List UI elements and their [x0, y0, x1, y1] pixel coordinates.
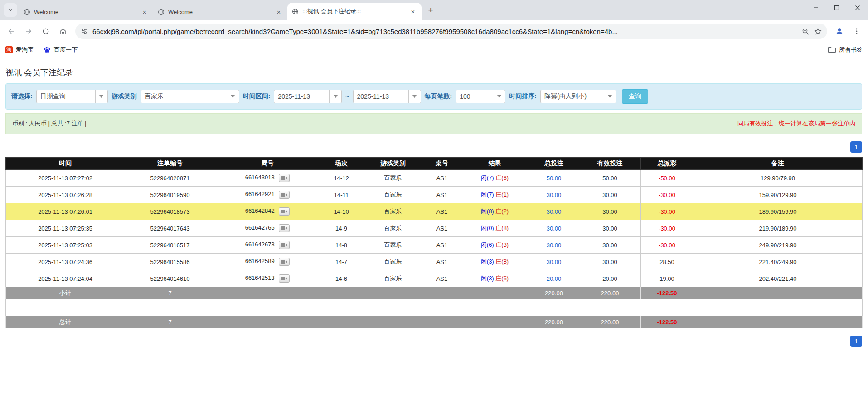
home-button[interactable]	[55, 24, 71, 39]
footer-empty	[215, 287, 320, 299]
filter-label-date-range: 时间区间:	[243, 92, 271, 101]
sort-order-select[interactable]: 降冪(由大到小)	[540, 90, 616, 103]
cell-valid-bet: 30.00	[579, 237, 641, 254]
globe-icon	[24, 9, 30, 15]
search-button[interactable]: 查询	[622, 89, 648, 104]
footer-empty	[320, 316, 363, 328]
back-button[interactable]	[4, 24, 19, 39]
column-header: 桌号	[423, 158, 461, 170]
table-row: 2025-11-13 07:25:03522964016517661642673…	[6, 237, 863, 254]
footer-empty	[423, 316, 461, 328]
chevron-down-icon	[604, 90, 616, 103]
bookmarks-bar: 淘 爱淘宝 百度一下 所有书签	[0, 43, 868, 57]
cell-time: 2025-11-13 07:24:36	[6, 254, 125, 270]
maximize-button[interactable]	[826, 0, 847, 15]
result-banker: 庄(2)	[495, 208, 509, 215]
date-from-select[interactable]: 2025-11-13	[274, 90, 342, 103]
table-row: 2025-11-13 07:24:36522964015586661642589…	[6, 254, 863, 270]
date-to-select[interactable]: 2025-11-13	[353, 90, 421, 103]
bookmark-label: 百度一下	[54, 46, 78, 54]
close-icon[interactable]: ×	[141, 8, 149, 16]
all-bookmarks[interactable]: 所有书签	[828, 46, 863, 54]
video-replay-icon[interactable]	[279, 258, 290, 266]
taobao-icon: 淘	[5, 46, 13, 53]
cell-table-no: AS1	[423, 170, 461, 187]
tab-bar: Welcome × Welcome × :::视讯 会员下注纪录::: × +	[0, 0, 868, 20]
forward-button[interactable]	[21, 24, 36, 39]
tab-bet-record-active[interactable]: :::视讯 会员下注纪录::: ×	[287, 3, 422, 20]
footer-empty	[363, 316, 423, 328]
video-replay-icon[interactable]	[279, 207, 290, 216]
column-header: 时间	[6, 158, 125, 170]
cell-total-bet[interactable]: 30.00	[529, 203, 579, 220]
cell-round: 661643013	[215, 170, 320, 187]
cell-session: 14-12	[320, 170, 363, 187]
close-icon[interactable]: ×	[275, 8, 283, 16]
cell-total-bet[interactable]: 30.00	[529, 220, 579, 237]
cell-total-bet[interactable]: 30.00	[529, 237, 579, 254]
video-replay-icon[interactable]	[279, 241, 290, 249]
cell-total-bet[interactable]: 20.00	[529, 270, 579, 287]
result-player: 闲(0)	[481, 225, 494, 231]
cell-time: 2025-11-13 07:26:01	[6, 203, 125, 220]
query-type-select[interactable]: 日期查询	[36, 90, 108, 103]
globe-icon	[292, 8, 299, 15]
footer-count: 7	[125, 316, 215, 328]
pagination-top: 1	[5, 141, 862, 153]
video-replay-icon[interactable]	[279, 174, 290, 182]
cell-total-bet[interactable]: 30.00	[529, 254, 579, 270]
cell-bet-id: 522964017643	[125, 220, 215, 237]
minimize-button[interactable]	[805, 0, 826, 15]
column-header: 结果	[461, 158, 529, 170]
address-input[interactable]: 66cxkj98.com/ipl/portal.php/game/betreco…	[75, 24, 827, 39]
cell-note: 129.90/79.90	[693, 170, 863, 187]
video-replay-icon[interactable]	[279, 224, 290, 232]
cell-time: 2025-11-13 07:25:35	[6, 220, 125, 237]
reload-button[interactable]	[38, 24, 53, 39]
cell-note: 202.40/221.40	[693, 270, 863, 287]
page-size-select[interactable]: 100	[456, 90, 505, 103]
tab-welcome-2[interactable]: Welcome ×	[153, 4, 287, 20]
cell-round: 661642673	[215, 237, 320, 254]
cell-game-type: 百家乐	[363, 220, 423, 237]
cell-payout: -50.00	[641, 170, 693, 187]
table-row: 2025-11-13 07:27:02522964020871661643013…	[6, 170, 863, 187]
cell-total-bet[interactable]: 50.00	[529, 170, 579, 187]
new-tab-button[interactable]: +	[424, 4, 437, 17]
close-window-button[interactable]	[847, 0, 868, 15]
globe-icon	[158, 9, 165, 15]
video-replay-icon[interactable]	[279, 274, 290, 283]
cell-valid-bet: 30.00	[579, 254, 641, 270]
filter-label-game-type: 游戏类别	[112, 92, 137, 101]
bookmark-baidu[interactable]: 百度一下	[44, 46, 78, 54]
cell-valid-bet: 50.00	[579, 170, 641, 187]
column-header: 备注	[693, 158, 863, 170]
cell-table-no: AS1	[423, 237, 461, 254]
tab-search-button[interactable]	[4, 3, 17, 17]
cell-bet-id: 522964014610	[125, 270, 215, 287]
cell-total-bet[interactable]: 30.00	[529, 187, 579, 203]
site-info-icon[interactable]	[81, 28, 88, 35]
game-type-select[interactable]: 百家乐	[141, 90, 239, 103]
result-player: 闲(8)	[481, 208, 494, 215]
grand-total-row: 总计7220.00220.00-122.50	[6, 316, 863, 328]
cell-result: 闲(7) 庄(1)	[461, 187, 529, 203]
tab-welcome-1[interactable]: Welcome ×	[19, 4, 153, 20]
cell-note: 219.90/189.90	[693, 220, 863, 237]
zoom-icon[interactable]	[802, 28, 810, 35]
footer-total-bet: 220.00	[529, 287, 579, 299]
pagination-page-1[interactable]: 1	[850, 141, 862, 153]
filter-label-page-size: 每页笔数:	[425, 92, 452, 101]
chevron-down-icon	[493, 90, 505, 103]
footer-label: 小计	[6, 287, 125, 299]
menu-kebab-icon[interactable]	[849, 24, 864, 39]
result-player: 闲(7)	[481, 174, 494, 181]
profile-avatar[interactable]	[832, 24, 847, 39]
bookmark-star-icon[interactable]	[814, 28, 822, 35]
pagination-page-1[interactable]: 1	[850, 336, 862, 347]
video-replay-icon[interactable]	[279, 191, 290, 199]
bookmark-aitaobao[interactable]: 淘 爱淘宝	[5, 46, 34, 54]
result-player: 闲(6)	[481, 241, 494, 248]
footer-count: 7	[125, 287, 215, 299]
close-icon[interactable]: ×	[409, 7, 417, 15]
